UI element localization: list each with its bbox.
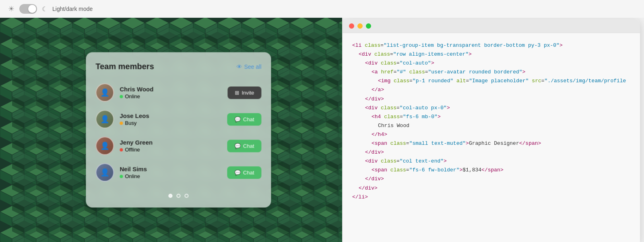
member-status: Online — [120, 94, 222, 100]
eye-icon: 👁 — [237, 63, 242, 70]
code-line: <li class="list-group-item bg-transparen… — [352, 41, 630, 50]
member-info: Neil Sims Online — [120, 166, 221, 179]
team-members-card: Team members 👁 See all 👤 Chris Wood Onli… — [86, 52, 271, 208]
member-info: Jeny Green Offline — [120, 139, 221, 153]
member-row: 👤 Neil Sims Online 💬 Chat — [95, 159, 261, 186]
invite-button[interactable]: ⊞ Invite — [227, 86, 261, 99]
main-content: Team members 👁 See all 👤 Chris Wood Onli… — [0, 18, 644, 242]
code-line: <div class="col-auto px-0"> — [352, 104, 630, 113]
member-name: Jose Leos — [120, 113, 221, 119]
card-header: Team members 👁 See all — [95, 62, 261, 71]
code-line: <div class="row align-items-center"> — [352, 50, 630, 59]
close-window-button[interactable] — [349, 23, 354, 29]
pagination-dots — [95, 194, 261, 198]
code-line: </div> — [352, 184, 630, 193]
member-status: Busy — [120, 120, 221, 126]
status-dot-online — [120, 95, 123, 98]
chat-button[interactable]: 💬 Chat — [227, 140, 261, 152]
member-name: Neil Sims — [120, 166, 221, 173]
code-line: <div class="col-auto"> — [352, 59, 630, 68]
code-line: <span class="small text-muted">Graphic D… — [352, 139, 630, 148]
code-editor: <li class="list-group-item bg-transparen… — [342, 19, 640, 242]
status-dot-offline — [120, 148, 123, 151]
member-status: Online — [120, 173, 221, 179]
pagination-dot-1[interactable] — [168, 194, 172, 198]
code-line: Chris Wood — [352, 121, 630, 130]
pagination-dot-2[interactable] — [176, 194, 180, 198]
code-line: </div> — [352, 95, 630, 104]
left-panel: Team members 👁 See all 👤 Chris Wood Onli… — [0, 18, 342, 242]
avatar: 👤 — [95, 163, 114, 182]
member-row: 👤 Jose Leos Busy 💬 Chat — [95, 106, 261, 133]
status-dot-online — [120, 175, 123, 178]
invite-icon: ⊞ — [235, 90, 239, 96]
member-info: Chris Wood Online — [120, 86, 222, 100]
member-info: Jose Leos Busy — [120, 113, 221, 126]
member-status: Offline — [120, 147, 221, 153]
code-line: <h4 class="fs-6 mb-0"> — [352, 113, 630, 121]
code-line: <a href="#" class="user-avatar rounded b… — [352, 68, 630, 77]
card-title: Team members — [95, 62, 154, 71]
member-row: 👤 Chris Wood Online ⊞ Invite — [95, 79, 261, 106]
moon-icon: ☾ — [42, 5, 47, 13]
code-line: </h4> — [352, 130, 630, 139]
member-name: Chris Wood — [120, 86, 222, 93]
see-all-link[interactable]: 👁 See all — [237, 63, 262, 70]
avatar: 👤 — [95, 110, 114, 129]
chat-button[interactable]: 💬 Chat — [227, 166, 261, 179]
code-line: </div> — [352, 175, 630, 184]
chat-button[interactable]: 💬 Chat — [227, 113, 261, 125]
code-line: <img class="p-1 rounded" alt="Image plac… — [352, 77, 630, 86]
status-dot-busy — [120, 121, 123, 125]
theme-toggle[interactable] — [19, 4, 37, 14]
code-line: </li> — [352, 193, 630, 202]
editor-titlebar — [343, 19, 640, 33]
maximize-window-button[interactable] — [366, 23, 371, 29]
member-row: 👤 Jeny Green Offline 💬 Chat — [95, 133, 261, 159]
chat-icon: 💬 — [234, 143, 241, 149]
avatar: 👤 — [95, 137, 114, 155]
minimize-window-button[interactable] — [357, 23, 363, 29]
code-line: <span class="fs-6 fw-bolder">$1,834</spa… — [352, 166, 630, 175]
code-line: </div> — [352, 148, 630, 157]
code-line: <div class="col text-end"> — [352, 157, 630, 166]
code-content: <li class="list-group-item bg-transparen… — [343, 33, 640, 241]
chat-icon: 💬 — [234, 116, 241, 122]
top-bar: ☀ ☾ Light/dark mode — [0, 0, 644, 18]
chat-icon: 💬 — [234, 169, 241, 175]
sun-icon: ☀ — [8, 4, 14, 13]
pagination-dot-3[interactable] — [184, 194, 188, 198]
member-name: Jeny Green — [120, 139, 221, 146]
mode-label: Light/dark mode — [52, 6, 93, 12]
code-line: </a> — [352, 86, 630, 94]
avatar: 👤 — [95, 83, 114, 102]
